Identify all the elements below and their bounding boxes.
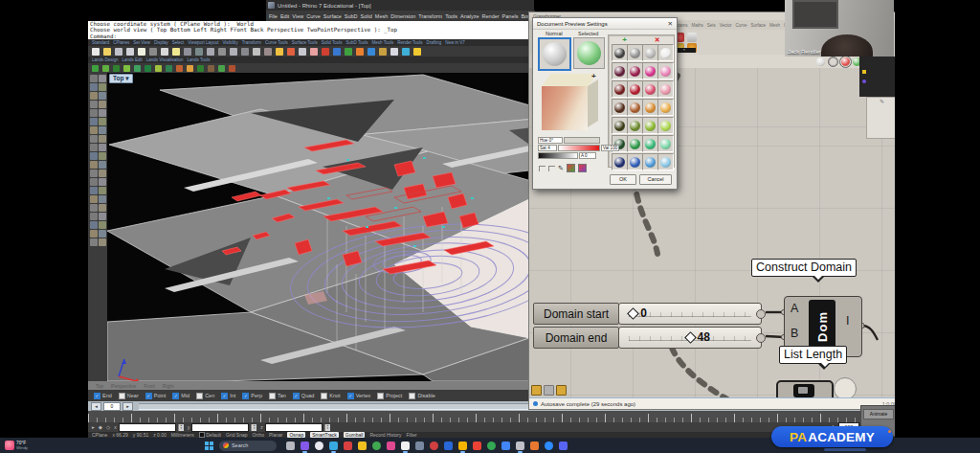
alpha-field[interactable]: A 0 <box>579 152 596 159</box>
sidebar-tool-icon[interactable] <box>90 135 98 143</box>
lands-tab[interactable]: Lands Tools <box>188 57 211 62</box>
swatch-cell[interactable] <box>657 153 674 170</box>
output-I[interactable]: I <box>846 314 849 328</box>
osnap-toggle-near[interactable]: Near <box>119 393 139 399</box>
taskbar-app-icon[interactable] <box>458 442 467 450</box>
sidebar-tool-icon[interactable] <box>99 230 106 238</box>
close-icon[interactable]: ✕ <box>668 20 673 28</box>
taskbar-app-icon[interactable] <box>401 442 410 450</box>
menu-item[interactable]: Transform <box>418 13 442 19</box>
swatch-cell[interactable] <box>612 117 628 134</box>
eyedropper-icon[interactable]: ✎ <box>558 165 564 171</box>
history-icon[interactable] <box>544 385 554 396</box>
sidebar-tool-icon[interactable] <box>99 187 106 194</box>
sidebar-tool-icon[interactable] <box>99 135 106 143</box>
toolbar-tab[interactable]: Solid Tools <box>322 40 343 45</box>
taskbar-app-icon[interactable] <box>430 442 438 450</box>
value-track[interactable] <box>538 152 578 159</box>
viewport-title-tab[interactable]: Top ▾ <box>109 74 133 83</box>
lands-toolbar-icon[interactable] <box>197 65 204 72</box>
swatch-cell[interactable] <box>657 99 674 116</box>
taskbar-app-icon[interactable] <box>372 442 381 450</box>
swatch-cell[interactable] <box>642 153 658 170</box>
menu-item[interactable]: Render <box>482 13 500 19</box>
osnap-toggle-end[interactable]: ✓End <box>94 393 112 399</box>
toolbar-icon[interactable] <box>241 48 249 56</box>
dialog-titlebar[interactable]: Document Preview Settings ✕ <box>533 18 677 30</box>
osnap-toggle-int[interactable]: ✓Int <box>221 393 235 399</box>
sidebar-tool-icon[interactable] <box>90 118 98 125</box>
command-prompt[interactable]: Command: <box>90 34 534 39</box>
lands-toolbar-icon[interactable] <box>113 65 120 72</box>
toolbar-tab[interactable]: Drafting <box>427 40 442 45</box>
hue-track[interactable] <box>564 137 600 144</box>
menu-item[interactable]: Edit <box>280 13 289 19</box>
toolbar-tab[interactable]: SubD Tools <box>346 40 368 45</box>
swatch-cell[interactable] <box>642 80 658 98</box>
slider-track[interactable] <box>629 312 751 317</box>
lands-toolbar-icon[interactable] <box>134 65 141 72</box>
normal-preview[interactable] <box>538 37 571 71</box>
toolbar-icon[interactable] <box>310 48 318 56</box>
panel-yellow-icon[interactable] <box>862 70 866 74</box>
toolbar-tab[interactable]: Viewport Layout <box>188 40 218 45</box>
folder-icon[interactable] <box>556 385 567 396</box>
lands-toolbar-icon[interactable] <box>92 65 99 72</box>
menu-item[interactable]: SubD <box>345 13 358 19</box>
toolbar-icon[interactable] <box>184 48 191 56</box>
toolbar-icon[interactable] <box>368 48 375 56</box>
cube-front-face[interactable] <box>542 86 588 130</box>
menu-item[interactable]: Mesh <box>375 13 388 19</box>
taskbar-app-icon[interactable] <box>516 442 524 450</box>
gh-component-tab[interactable]: Sets <box>707 23 716 28</box>
sidebar-tool-icon[interactable] <box>99 144 106 151</box>
y-spinner[interactable]: ▴▾ <box>251 424 256 431</box>
sidebar-tool-icon[interactable] <box>99 152 106 160</box>
lands-toolbar-icon[interactable] <box>229 65 235 72</box>
toolbar-icon[interactable] <box>207 48 214 56</box>
swatch-cell[interactable] <box>657 80 674 98</box>
folder-icon[interactable] <box>531 385 542 396</box>
toolbar-tab[interactable]: Curve Tools <box>265 40 288 45</box>
menu-item[interactable]: Dimension <box>390 13 415 19</box>
swatch-cell[interactable] <box>612 62 628 79</box>
number-slider-domain-end[interactable]: 48 <box>618 327 762 349</box>
color-cube-picker[interactable]: + <box>538 72 603 135</box>
wireframe-preview-icon[interactable] <box>828 57 838 67</box>
taskbar-app-icon[interactable] <box>530 442 539 450</box>
lands-tab[interactable]: Lands Visualisation <box>146 57 184 62</box>
gh-component-tab[interactable]: Surface <box>751 23 767 28</box>
panel-purple-icon[interactable] <box>862 79 866 83</box>
shaded-preview-icon[interactable] <box>841 57 850 66</box>
sidebar-tool-icon[interactable] <box>90 204 98 212</box>
document-preview-settings-dialog[interactable]: Document Preview Settings ✕ Normal Selec… <box>532 17 678 190</box>
sidebar-tool-icon[interactable] <box>90 238 98 246</box>
sidebar-tool-icon[interactable] <box>90 75 98 82</box>
sidebar-tool-icon[interactable] <box>90 195 98 203</box>
slider-output[interactable] <box>756 333 766 343</box>
toolbar-icon[interactable] <box>402 48 410 56</box>
swatch-cell[interactable] <box>642 62 658 79</box>
swatch-cell[interactable] <box>657 62 674 79</box>
swatch-cell[interactable] <box>612 153 628 170</box>
toolbar-icon[interactable] <box>264 48 272 56</box>
corner-icon[interactable] <box>548 166 555 171</box>
lands-toolbar-icon[interactable] <box>102 65 109 72</box>
menu-item[interactable]: Panels <box>502 13 519 19</box>
shaded-preview-icon[interactable] <box>816 57 825 66</box>
toolbar-icon[interactable] <box>345 48 352 56</box>
cancel-button[interactable]: Cancel <box>639 174 672 185</box>
corner-icon[interactable] <box>539 166 546 171</box>
sidebar-tool-icon[interactable] <box>99 170 106 177</box>
sidebar-tool-icon[interactable] <box>99 213 106 220</box>
sidebar-tool-icon[interactable] <box>90 152 98 160</box>
sidebar-tool-icon[interactable] <box>99 118 106 125</box>
osnap-toggle-mid[interactable]: ✓Mid <box>172 393 189 399</box>
taskbar-app-icon[interactable] <box>315 442 323 450</box>
swatch-cell[interactable] <box>657 135 674 152</box>
toolbar-tab[interactable]: Standard <box>92 40 109 45</box>
osnap-toggle-vertex[interactable]: ✓Vertex <box>347 393 371 399</box>
taskbar-app-icon[interactable] <box>301 442 309 450</box>
sidebar-tool-icon[interactable] <box>99 75 106 82</box>
toolbar-icon[interactable] <box>138 48 145 56</box>
